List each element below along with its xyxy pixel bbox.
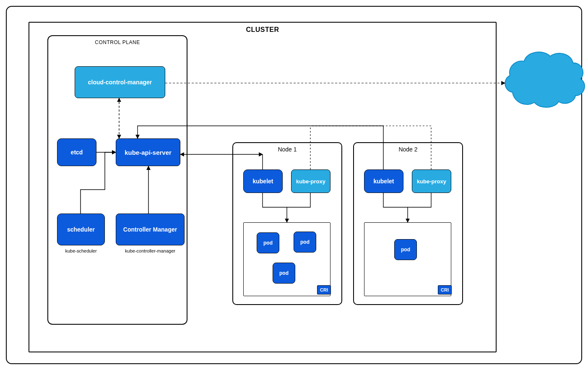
cloud-control-manager-box: cloud-control-manager (75, 66, 165, 98)
cluster-title: CLUSTER (29, 26, 497, 34)
node1-cri-badge: CRI (317, 285, 331, 294)
scheduler-box: scheduler (57, 214, 105, 245)
node1-pod: pod (273, 263, 295, 284)
node2-kube-proxy-box: kube-proxy (412, 169, 451, 193)
kube-api-server-box: kube-api-server (116, 138, 180, 166)
cloud-provider-api-label: CLOUD PROVIDER API (505, 80, 582, 85)
controller-manager-box: Controller Manager (116, 214, 185, 245)
scheduler-caption: kube-scheduler (57, 248, 105, 253)
controller-manager-caption: kube-controller-manager (116, 248, 185, 253)
control-plane-title: CONTROL PLANE (47, 39, 187, 45)
node1-pod: pod (257, 232, 279, 253)
node1-kube-proxy-box: kube-proxy (291, 169, 330, 193)
node1-pod: pod (294, 232, 316, 253)
node2-kubelet-box: kubelet (364, 169, 403, 193)
node2-title: Node 2 (353, 146, 463, 153)
etcd-box: etcd (57, 138, 96, 166)
node1-kubelet-box: kubelet (243, 169, 283, 193)
node2-cri-badge: CRI (438, 285, 452, 294)
node1-title: Node 1 (232, 146, 342, 153)
diagram-stage: CLUSTER CONTROL PLANE cloud-control-mana… (0, 0, 588, 370)
node2-pod: pod (394, 239, 417, 260)
